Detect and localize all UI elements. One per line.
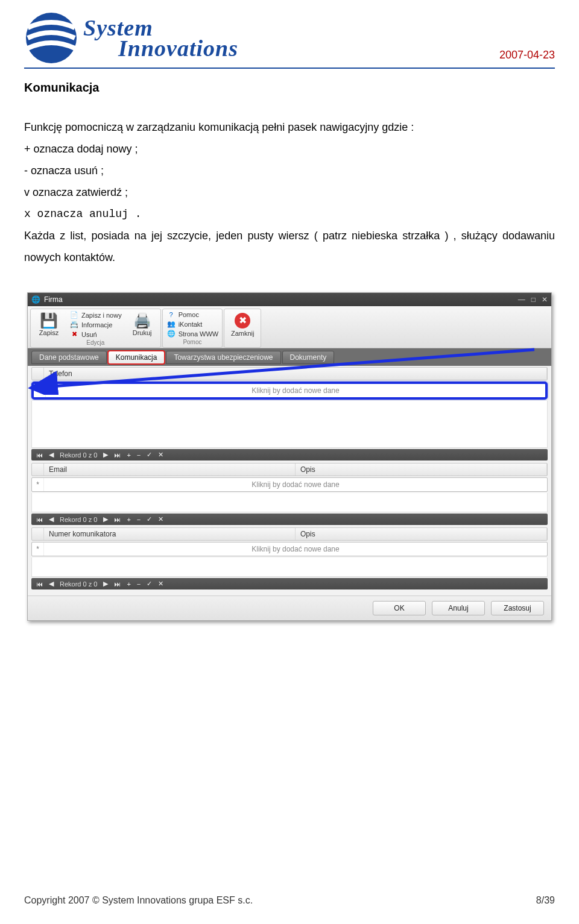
nav-add-icon-3[interactable]: + bbox=[127, 580, 130, 588]
nav-next-icon-2[interactable]: ▶ bbox=[103, 515, 108, 523]
nav-confirm-icon-2[interactable]: ✓ bbox=[147, 515, 152, 523]
ribbon-group-close-label bbox=[226, 339, 259, 347]
save-icon: 💾 bbox=[40, 313, 58, 328]
nav-bar-communicator[interactable]: ⏮ ◀ Rekord 0 z 0 ▶ ⏭ + − ✓ ✕ bbox=[31, 578, 548, 589]
page-number: 8/39 bbox=[536, 895, 555, 906]
window-title: Firma bbox=[44, 295, 63, 304]
print-label: Drukuj bbox=[133, 329, 152, 336]
nav-last-icon-3[interactable]: ⏭ bbox=[114, 580, 121, 588]
list-phones-header: Telefon bbox=[31, 367, 548, 380]
nav-next-icon[interactable]: ▶ bbox=[103, 451, 108, 459]
tabs-strip: Dane podstawowe Komunikacja Towarzystwa … bbox=[28, 348, 551, 366]
logo-icon bbox=[24, 11, 78, 65]
save-new-icon: 📄 bbox=[69, 311, 79, 319]
legend-plus: + oznacza dodaj nowy ; bbox=[24, 138, 555, 160]
nav-first-icon-3[interactable]: ⏮ bbox=[36, 580, 43, 588]
info-label: Informacje bbox=[81, 321, 112, 328]
header-numer: Numer komunikatora bbox=[44, 528, 296, 540]
help-label: Pomoc bbox=[179, 311, 199, 318]
ribbon-group-help-label: Pomoc bbox=[164, 338, 221, 345]
print-icon: 🖨️ bbox=[133, 313, 151, 328]
legend-v: v oznacza zatwierdź ; bbox=[24, 181, 555, 203]
header-opis-2: Opis bbox=[296, 528, 547, 540]
nav-record-text-2: Rekord 0 z 0 bbox=[60, 516, 97, 523]
info-icon: 📇 bbox=[69, 321, 79, 328]
copyright: Copyright 2007 © System Innovations grup… bbox=[24, 895, 253, 906]
cancel-button[interactable]: Anuluj bbox=[432, 601, 485, 615]
list-emails: Email Opis * Kliknij by dodać nowe dane … bbox=[31, 463, 548, 525]
list-phones-body bbox=[31, 401, 548, 448]
www-label: Strona WWW bbox=[179, 330, 219, 338]
nav-remove-icon[interactable]: − bbox=[137, 451, 141, 459]
list-communicator-header: Numer komunikatora Opis bbox=[31, 527, 548, 541]
nav-cancel-icon-3[interactable]: ✕ bbox=[158, 580, 163, 588]
www-button[interactable]: 🌐Strona WWW bbox=[164, 329, 221, 338]
nav-prev-icon-3[interactable]: ◀ bbox=[49, 580, 54, 588]
paragraph-note: Każda z list, posiada na jej szczycie, j… bbox=[24, 225, 555, 268]
nav-remove-icon-2[interactable]: − bbox=[137, 516, 141, 523]
add-row-phone[interactable]: * Kliknij by dodać nowe dane bbox=[31, 382, 548, 400]
paragraph-intro: Funkcję pomocniczą w zarządzaniu komunik… bbox=[24, 116, 555, 138]
logo: System Innovations bbox=[24, 11, 238, 65]
nav-first-icon[interactable]: ⏮ bbox=[36, 451, 43, 459]
nav-confirm-icon[interactable]: ✓ bbox=[147, 451, 152, 459]
body-text: Funkcję pomocniczą w zarządzaniu komunik… bbox=[24, 116, 555, 268]
page-header: System Innovations 2007-04-23 bbox=[24, 11, 555, 69]
delete-label: Usuń bbox=[81, 331, 97, 338]
tab-documents[interactable]: Dokumenty bbox=[282, 351, 335, 364]
nav-last-icon-2[interactable]: ⏭ bbox=[114, 516, 121, 523]
ribbon-group-close: ✖ Zamknij bbox=[224, 309, 261, 348]
list-phones: Telefon * Kliknij by dodać nowe dane ⏮ ◀… bbox=[31, 367, 548, 460]
add-row-communicator-placeholder: Kliknij by dodać nowe dane bbox=[44, 542, 547, 556]
tab-basic-data[interactable]: Dane podstawowe bbox=[31, 351, 107, 364]
header-blank bbox=[32, 368, 44, 380]
nav-first-icon-2[interactable]: ⏮ bbox=[36, 516, 43, 523]
nav-remove-icon-3[interactable]: − bbox=[137, 580, 141, 588]
delete-button[interactable]: ✖Usuń bbox=[67, 330, 124, 339]
app-window: 🌐 Firma — □ ✕ 💾 Zapisz 📄Z bbox=[27, 292, 552, 621]
titlebar: 🌐 Firma — □ ✕ bbox=[28, 293, 551, 306]
apply-button[interactable]: Zastosuj bbox=[491, 601, 544, 615]
nav-last-icon[interactable]: ⏭ bbox=[114, 451, 121, 459]
tab-communication[interactable]: Komunikacja bbox=[108, 351, 165, 364]
nav-bar-emails[interactable]: ⏮ ◀ Rekord 0 z 0 ▶ ⏭ + − ✓ ✕ bbox=[31, 514, 548, 525]
add-row-communicator[interactable]: * Kliknij by dodać nowe dane bbox=[31, 542, 548, 556]
help-button[interactable]: ?Pomoc bbox=[164, 310, 221, 319]
logo-word1: System bbox=[83, 17, 238, 38]
nav-cancel-icon[interactable]: ✕ bbox=[158, 451, 163, 459]
nav-prev-icon[interactable]: ◀ bbox=[49, 451, 54, 459]
close-button[interactable]: ✖ Zamknij bbox=[226, 310, 259, 339]
nav-bar-phones[interactable]: ⏮ ◀ Rekord 0 z 0 ▶ ⏭ + − ✓ ✕ bbox=[31, 449, 548, 460]
minimize-icon[interactable]: — bbox=[518, 295, 525, 304]
header-date: 2007-04-23 bbox=[499, 49, 555, 65]
maximize-icon[interactable]: □ bbox=[531, 295, 536, 304]
nav-confirm-icon-3[interactable]: ✓ bbox=[147, 580, 152, 588]
save-and-new-button[interactable]: 📄Zapisz i nowy bbox=[67, 310, 124, 319]
add-row-email[interactable]: * Kliknij by dodać nowe dane bbox=[31, 477, 548, 492]
nav-prev-icon-2[interactable]: ◀ bbox=[49, 515, 54, 523]
content-area: Telefon * Kliknij by dodać nowe dane ⏮ ◀… bbox=[28, 366, 551, 596]
nav-record-text-3: Rekord 0 z 0 bbox=[60, 580, 97, 588]
close-icon: ✖ bbox=[235, 313, 250, 328]
nav-cancel-icon-2[interactable]: ✕ bbox=[158, 515, 163, 523]
ikontakt-button[interactable]: 👥iKontakt bbox=[164, 319, 221, 328]
ribbon: 💾 Zapisz 📄Zapisz i nowy 📇Informacje ✖Usu… bbox=[28, 306, 551, 348]
nav-add-icon-2[interactable]: + bbox=[127, 516, 130, 523]
close-window-icon[interactable]: ✕ bbox=[542, 295, 548, 304]
tab-insurance[interactable]: Towarzystwa ubezpieczeniowe bbox=[166, 351, 280, 364]
print-button[interactable]: 🖨️ Drukuj bbox=[125, 310, 159, 339]
add-row-star-icon-2: * bbox=[32, 478, 44, 491]
legend-x: x oznacza anuluj . bbox=[24, 203, 555, 225]
list-emails-header: Email Opis bbox=[31, 463, 548, 476]
header-blank-2 bbox=[32, 464, 44, 476]
header-blank-3 bbox=[32, 528, 44, 540]
ribbon-group-edit-label: Edycja bbox=[32, 339, 159, 346]
nav-next-icon-3[interactable]: ▶ bbox=[103, 580, 108, 588]
info-button[interactable]: 📇Informacje bbox=[67, 320, 124, 329]
nav-add-icon[interactable]: + bbox=[127, 451, 130, 459]
list-communicator: Numer komunikatora Opis * Kliknij by dod… bbox=[31, 527, 548, 589]
ikontakt-label: iKontakt bbox=[179, 321, 203, 328]
ribbon-group-help: ?Pomoc 👥iKontakt 🌐Strona WWW Pomoc bbox=[162, 309, 223, 348]
ok-button[interactable]: OK bbox=[373, 601, 426, 615]
save-button[interactable]: 💾 Zapisz bbox=[32, 310, 66, 339]
